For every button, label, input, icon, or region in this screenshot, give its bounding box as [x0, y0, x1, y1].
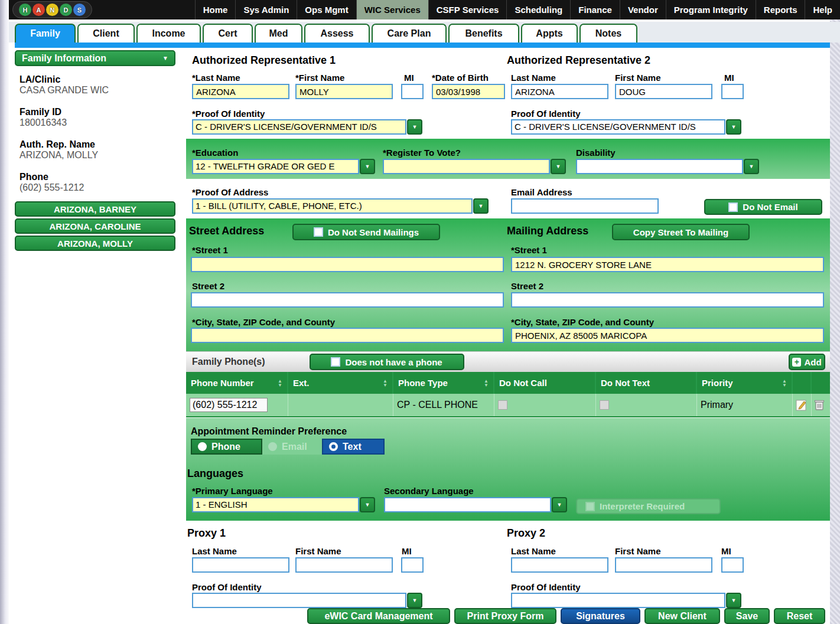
col-phone-type-label: Phone Type: [398, 378, 448, 388]
chevron-down-icon[interactable]: ▼: [551, 159, 566, 174]
nav-finance[interactable]: Finance: [570, 0, 620, 19]
nav-home[interactable]: Home: [195, 0, 236, 19]
proxy2-first-name-input[interactable]: [615, 557, 712, 573]
save-button[interactable]: Save: [724, 608, 770, 624]
chevron-down-icon[interactable]: ▼: [360, 497, 375, 512]
mailing-street2-input[interactable]: [511, 292, 824, 308]
city-state-zip-input[interactable]: [191, 328, 504, 343]
ar2-last-name-input[interactable]: [511, 84, 608, 99]
proof-of-address-dropdown[interactable]: 1 - BILL (UTILITY, CABLE, PHONE, ETC.) ▼: [192, 198, 489, 214]
chevron-down-icon[interactable]: ▼: [473, 198, 489, 214]
does-not-have-phone-button[interactable]: Does not have a phone: [310, 354, 464, 370]
proxy1-mi-input[interactable]: [401, 557, 424, 573]
sort-icon[interactable]: [484, 379, 489, 387]
ar1-first-name-input[interactable]: [295, 84, 393, 99]
do-not-send-mailings-checkbox[interactable]: [314, 227, 323, 237]
do-not-call-checkbox[interactable]: [498, 400, 507, 410]
proxy2-last-name-input[interactable]: [511, 557, 608, 573]
do-not-email-button[interactable]: Do Not Email: [704, 199, 822, 215]
primary-language-dropdown[interactable]: 1 - ENGLISH ▼: [192, 497, 375, 512]
proxy1-first-name-input[interactable]: [295, 557, 393, 573]
register-to-vote-dropdown[interactable]: ▼: [383, 159, 566, 174]
ar2-poi-dropdown[interactable]: C - DRIVER'S LICENSE/GOVERNMENT ID/S ▼: [511, 119, 741, 135]
tab-appts[interactable]: Appts: [521, 24, 578, 43]
do-not-email-checkbox[interactable]: [728, 202, 738, 212]
chevron-down-icon[interactable]: ▼: [552, 497, 567, 512]
chevron-down-icon[interactable]: ▼: [744, 159, 759, 174]
sort-icon[interactable]: [278, 379, 282, 387]
nav-ops-mgmt[interactable]: Ops Mgmt: [297, 0, 356, 19]
reminder-option-email[interactable]: Email: [262, 439, 322, 455]
col-phone-type[interactable]: Phone Type: [393, 372, 494, 394]
ar1-dob-input[interactable]: [432, 84, 505, 99]
edit-icon[interactable]: [795, 398, 808, 411]
do-not-text-checkbox[interactable]: [600, 400, 609, 410]
phone-number-input[interactable]: [190, 398, 268, 412]
trash-icon[interactable]: [813, 398, 825, 411]
email-address-input[interactable]: [511, 198, 659, 214]
add-phone-button[interactable]: + Add: [789, 354, 825, 370]
ar1-mi-input[interactable]: [401, 84, 424, 99]
reminder-option-phone[interactable]: Phone: [191, 439, 262, 455]
print-proxy-form-button[interactable]: Print Proxy Form: [454, 608, 556, 624]
ar2-last-name-label: Last Name: [511, 73, 556, 83]
nav-vendor[interactable]: Vendor: [620, 0, 666, 19]
chevron-down-icon[interactable]: ▼: [726, 119, 741, 135]
tab-income[interactable]: Income: [136, 24, 201, 43]
nav-reports[interactable]: Reports: [756, 0, 805, 19]
mailing-street1-input[interactable]: [511, 257, 824, 272]
col-phone-number[interactable]: Phone Number: [186, 372, 288, 394]
ar2-first-name-input[interactable]: [615, 84, 712, 99]
proxy2-poi-dropdown[interactable]: ▼: [511, 593, 741, 608]
member-arizona-molly[interactable]: ARIZONA, MOLLY: [15, 236, 175, 251]
sort-icon[interactable]: [782, 379, 787, 387]
tab-client[interactable]: Client: [77, 24, 135, 43]
education-dropdown[interactable]: 12 - TWELFTH GRADE OR GED E ▼: [192, 159, 375, 174]
family-information-header[interactable]: Family Information ▼: [15, 50, 175, 66]
sort-icon[interactable]: [383, 379, 388, 387]
member-arizona-caroline[interactable]: ARIZONA, CAROLINE: [15, 218, 175, 234]
nav-csfp-services[interactable]: CSFP Services: [428, 0, 507, 19]
family-phones-title: Family Phone(s): [192, 357, 265, 367]
do-not-send-mailings-button[interactable]: Do Not Send Mailings: [292, 224, 440, 240]
new-client-button[interactable]: New Client: [644, 608, 720, 624]
nav-program-integrity[interactable]: Program Integrity: [666, 0, 756, 19]
tab-care-plan[interactable]: Care Plan: [372, 24, 447, 43]
chevron-down-icon[interactable]: ▼: [407, 593, 422, 608]
copy-street-to-mailing-button[interactable]: Copy Street To Mailing: [612, 224, 750, 240]
do-not-send-mailings-label: Do Not Send Mailings: [328, 227, 419, 237]
ewic-card-management-button[interactable]: eWIC Card Management: [307, 608, 450, 624]
col-priority[interactable]: Priority: [697, 372, 793, 394]
signatures-button[interactable]: Signatures: [561, 608, 640, 624]
ar1-poi-dropdown[interactable]: C - DRIVER'S LICENSE/GOVERNMENT ID/S ▼: [192, 119, 422, 135]
chevron-down-icon[interactable]: ▼: [360, 159, 375, 174]
tab-cert[interactable]: Cert: [203, 24, 253, 43]
secondary-language-dropdown[interactable]: ▼: [384, 497, 567, 512]
tab-assess[interactable]: Assess: [304, 24, 370, 43]
tab-notes[interactable]: Notes: [579, 24, 637, 43]
nav-scheduling[interactable]: Scheduling: [506, 0, 570, 19]
tab-benefits[interactable]: Benefits: [448, 24, 519, 43]
disability-dropdown[interactable]: ▼: [576, 159, 759, 174]
ar2-mi-input[interactable]: [721, 84, 744, 99]
reset-button[interactable]: Reset: [774, 608, 825, 624]
member-arizona-barney[interactable]: ARIZONA, BARNEY: [15, 201, 175, 217]
nav-help[interactable]: Help: [805, 0, 840, 19]
col-ext[interactable]: Ext.: [288, 372, 393, 394]
proxy1-poi-dropdown[interactable]: ▼: [192, 593, 422, 608]
street1-input[interactable]: [191, 257, 504, 272]
tab-med[interactable]: Med: [255, 24, 302, 43]
proxy2-mi-input[interactable]: [721, 557, 744, 573]
does-not-have-phone-checkbox[interactable]: [331, 357, 340, 367]
mailing-city-state-zip-input[interactable]: [511, 328, 824, 343]
proxy1-last-name-input[interactable]: [192, 557, 289, 573]
chevron-down-icon[interactable]: ▼: [726, 593, 741, 608]
nav-sys-admin[interactable]: Sys Admin: [235, 0, 297, 19]
proxy2-first-name-label: First Name: [615, 546, 661, 556]
street2-input[interactable]: [191, 292, 504, 308]
ar1-last-name-input[interactable]: [192, 84, 289, 99]
chevron-down-icon[interactable]: ▼: [407, 119, 422, 135]
reminder-option-text[interactable]: Text: [322, 439, 385, 455]
nav-wic-services[interactable]: WIC Services: [356, 0, 428, 19]
tab-family[interactable]: Family: [15, 24, 76, 43]
